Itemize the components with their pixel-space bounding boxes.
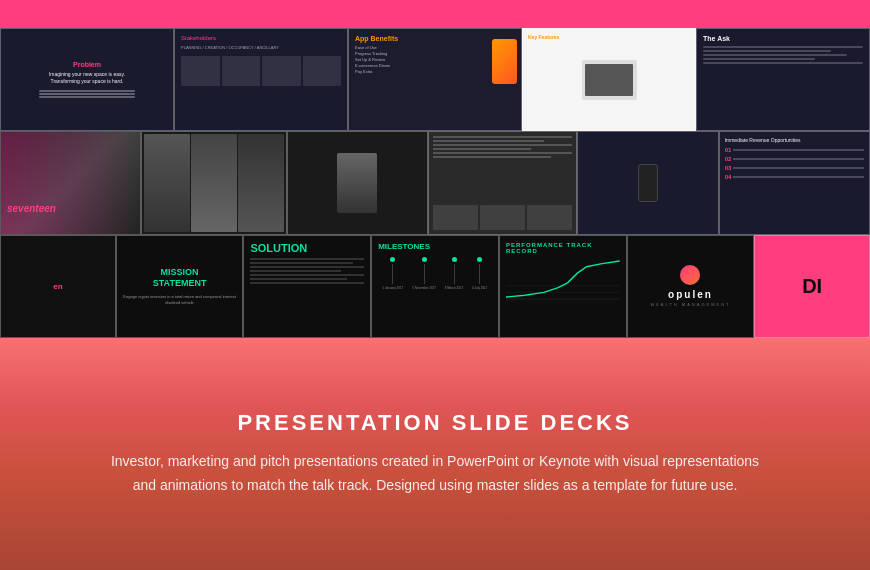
slide-di[interactable]: DI xyxy=(754,235,870,338)
grid-row-2: seventeen xyxy=(0,131,870,234)
bottom-title: PRESENTATION SLIDE DECKS xyxy=(237,410,632,436)
slide-fashion-person xyxy=(337,153,377,213)
main-container: Problem Imagining your new space is easy… xyxy=(0,0,870,570)
slide-key-features-title: Key Features xyxy=(528,34,559,40)
slide-dark-left[interactable]: en xyxy=(0,235,116,338)
top-bar xyxy=(0,0,870,28)
slide-opulen-tagline: WEALTH MANAGEMENT xyxy=(650,302,730,307)
slide-mobile-app[interactable] xyxy=(577,131,718,234)
slide-breadcrumb: PLANNING / CREATION / OCCUPANCY / ANCILL… xyxy=(181,45,341,50)
slide-performance-track-record[interactable]: PERFORMANCE TRACK RECORD xyxy=(499,235,627,338)
slide-problem[interactable]: Problem Imagining your new space is easy… xyxy=(0,28,174,131)
slide-app-benefits-text: Ease of Use Progress Tracking Set Up & R… xyxy=(355,45,451,75)
slide-the-ask[interactable]: The Ask xyxy=(696,28,870,131)
slide-tablet-illustration xyxy=(582,60,637,100)
slide-di-text: DI xyxy=(802,275,822,298)
slide-mission-statement[interactable]: MISSIONSTATEMENT Engage crypto investors… xyxy=(116,235,244,338)
slide-opulen[interactable]: opulen WEALTH MANAGEMENT xyxy=(627,235,755,338)
slide-performance-chart xyxy=(506,258,620,331)
slide-fashion2[interactable] xyxy=(287,131,428,234)
slide-solution[interactable]: SOLUTION xyxy=(243,235,371,338)
slide-revenue[interactable]: Immediate Revenue Opportunities 01 02 03 xyxy=(719,131,870,234)
slide-stakeholders-title: Stakeholders xyxy=(181,35,341,41)
slide-ask-title: The Ask xyxy=(703,35,863,42)
grid-row-1: Problem Imagining your new space is easy… xyxy=(0,28,870,131)
slide-revenue-title: Immediate Revenue Opportunities xyxy=(725,137,864,143)
bottom-description: Investor, marketing and pitch presentati… xyxy=(111,450,759,498)
slide-key-features[interactable]: Key Features xyxy=(522,28,696,131)
slide-app-benefits-title: App Benefits xyxy=(355,35,515,42)
slide-phone-illustration xyxy=(492,39,517,84)
slide-mission-title: MISSIONSTATEMENT xyxy=(153,267,207,290)
slide-seventeen[interactable]: seventeen xyxy=(0,131,141,234)
slide-opulen-logo-circle xyxy=(680,265,700,285)
slide-dark-left-text: en xyxy=(53,282,62,291)
bottom-description-text: Investor, marketing and pitch presentati… xyxy=(111,453,759,493)
slide-fashion1[interactable] xyxy=(141,131,286,234)
slide-opulen-logo-text: opulen xyxy=(668,289,713,300)
grid-row-3: en MISSIONSTATEMENT Engage crypto invest… xyxy=(0,235,870,338)
slide-fashion3[interactable] xyxy=(428,131,577,234)
slide-seventeen-label: seventeen xyxy=(7,203,56,214)
bottom-section: PRESENTATION SLIDE DECKS Investor, marke… xyxy=(0,338,870,570)
slide-mobile-phone-illustration xyxy=(638,164,658,202)
slide-problem-title: Problem xyxy=(73,61,101,68)
slide-grid: Problem Imagining your new space is easy… xyxy=(0,28,870,338)
slide-app-benefits[interactable]: App Benefits Ease of Use Progress Tracki… xyxy=(348,28,522,131)
slide-performance-title: PERFORMANCE TRACK RECORD xyxy=(506,242,620,254)
slide-milestones[interactable]: MILESTONES 5 January 2017 5 November 201… xyxy=(371,235,499,338)
slide-problem-text: Imagining your new space is easy.Transfo… xyxy=(49,71,125,85)
slide-milestones-title: MILESTONES xyxy=(378,242,492,251)
slide-mission-text: Engage crypto investors in a total retur… xyxy=(123,294,237,306)
slide-solution-title: SOLUTION xyxy=(250,242,364,254)
slide-stakeholders[interactable]: Stakeholders PLANNING / CREATION / OCCUP… xyxy=(174,28,348,131)
